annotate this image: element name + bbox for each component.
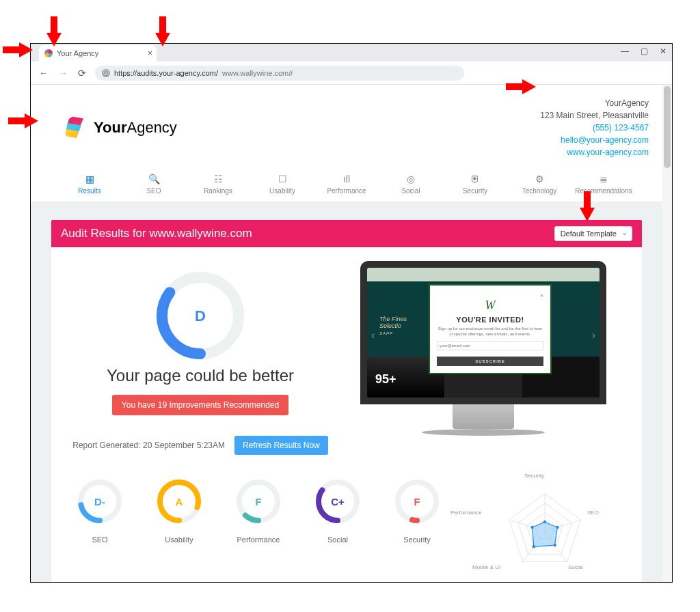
annotation-arrow <box>506 75 536 98</box>
overall-grade-donut: D <box>70 268 330 363</box>
radar-axis-label: Social <box>568 564 583 570</box>
svg-text:C+: C+ <box>331 496 345 507</box>
category-label: Usability <box>150 536 208 544</box>
svg-marker-38 <box>533 522 558 546</box>
tab-usability[interactable]: ☐Usability <box>262 173 303 195</box>
url-path: www.wallywine.com# <box>222 69 293 77</box>
category-seo: D- SEO <box>70 477 129 544</box>
tab-label: Usability <box>269 187 295 195</box>
tab-performance[interactable]: ıllPerformance <box>326 173 367 195</box>
category-label: Security <box>388 536 446 544</box>
technology-icon: ⚙ <box>534 173 545 184</box>
preview-modal: × W YOU'RE INVITED! Sign up for our excl… <box>429 284 552 374</box>
page-content: YourAgency YourAgency 123 Main Street, P… <box>31 85 672 582</box>
svg-marker-0 <box>3 42 33 57</box>
browser-tabstrip: Your Agency × — ▢ ✕ <box>31 44 672 61</box>
secure-icon: ⓘ <box>102 69 110 77</box>
tab-label: Results <box>78 187 100 195</box>
annotation-arrow <box>151 16 174 46</box>
summary-headline: Your page could be better <box>70 366 330 385</box>
preview-email-input <box>437 341 543 350</box>
security-icon: ⛨ <box>470 173 481 184</box>
page-header: YourAgency YourAgency 123 Main Street, P… <box>31 85 672 168</box>
close-tab-icon[interactable]: × <box>148 48 152 58</box>
tab-title: Your Agency <box>57 49 98 57</box>
minimize-button[interactable]: — <box>620 46 630 56</box>
category-security: F Security <box>388 477 446 544</box>
agency-name: YourAgency <box>540 97 649 109</box>
url-field[interactable]: ⓘ https://audits.your-agency.com/www.wal… <box>95 66 464 81</box>
tab-security[interactable]: ⛨Security <box>455 173 496 195</box>
scroll-thumb[interactable] <box>664 86 671 168</box>
results-card: D Your page could be better You have 19 … <box>51 247 642 582</box>
agency-website[interactable]: www.your-agency.com <box>540 146 649 158</box>
maximize-button[interactable]: ▢ <box>639 46 649 56</box>
usability-icon: ☐ <box>277 173 288 184</box>
svg-text:D: D <box>195 307 206 324</box>
category-label: SEO <box>70 536 129 544</box>
agency-logo[interactable]: YourAgency <box>65 97 177 158</box>
social-icon: ◎ <box>405 173 416 184</box>
annotation-arrow <box>3 38 33 61</box>
scrollbar[interactable] <box>662 85 672 582</box>
logo-text: YourAgency <box>94 119 177 137</box>
svg-marker-5 <box>580 191 595 221</box>
refresh-results-button[interactable]: Refresh Results Now <box>234 436 328 455</box>
agency-phone[interactable]: (555) 123-4567 <box>540 122 649 134</box>
annotation-arrow <box>576 191 599 221</box>
improvements-badge: You have 19 Improvements Recommended <box>112 395 288 415</box>
radar-chart: SecuritySEOSocialMobile & UIPerformance <box>467 477 623 579</box>
tab-label: Performance <box>327 187 366 195</box>
reload-button[interactable]: ⟳ <box>76 67 88 79</box>
radar-axis-label: Security <box>524 473 544 479</box>
seo-icon: 🔍 <box>148 173 159 184</box>
svg-marker-4 <box>506 79 536 94</box>
back-button[interactable]: ← <box>38 67 50 79</box>
tab-label: SEO <box>146 187 161 195</box>
radar-axis-label: Performance <box>450 510 482 516</box>
category-label: Social <box>308 536 367 544</box>
category-label: Performance <box>229 536 288 544</box>
radar-axis-label: Mobile & UI <box>472 564 500 570</box>
radar-axis-label: SEO <box>587 510 599 516</box>
template-select[interactable]: Default Template <box>554 226 632 241</box>
agency-contact: YourAgency 123 Main Street, Pleasantvill… <box>540 97 649 158</box>
tab-technology[interactable]: ⚙Technology <box>519 173 560 195</box>
tab-label: Technology <box>522 187 557 195</box>
tab-results[interactable]: ▦Results <box>69 173 110 195</box>
tab-label: Security <box>463 187 487 195</box>
svg-text:F: F <box>255 496 261 507</box>
recommendations-icon: ≣ <box>598 173 609 184</box>
annotation-arrow <box>8 109 38 133</box>
agency-email[interactable]: hello@your-agency.com <box>540 134 649 146</box>
svg-marker-1 <box>46 16 62 46</box>
site-preview: The FinesSelectioSAPP ‹ › 95+ × W YOU'RE… <box>344 261 623 436</box>
svg-marker-3 <box>8 113 38 128</box>
svg-text:D-: D- <box>94 496 105 507</box>
tab-label: Social <box>401 187 420 195</box>
logo-mark-icon <box>65 116 88 139</box>
tab-label: Rankings <box>204 187 232 195</box>
tab-social[interactable]: ◎Social <box>390 173 431 195</box>
tab-seo[interactable]: 🔍SEO <box>133 173 174 195</box>
category-usability: A Usability <box>150 477 208 544</box>
url-host: https://audits.your-agency.com/ <box>114 69 218 77</box>
agency-address: 123 Main Street, Pleasantville <box>540 109 649 122</box>
browser-window: Your Agency × — ▢ ✕ ← → ⟳ ⓘ https://audi… <box>30 43 673 583</box>
results-banner: Audit Results for www.wallywine.com Defa… <box>51 220 642 247</box>
annotation-arrow <box>42 16 66 46</box>
close-window-button[interactable]: ✕ <box>658 46 668 56</box>
banner-title: Audit Results for www.wallywine.com <box>61 227 252 240</box>
favicon-icon <box>44 49 53 57</box>
forward-button[interactable]: → <box>57 67 69 79</box>
address-bar: ← → ⟳ ⓘ https://audits.your-agency.com/w… <box>31 61 672 85</box>
svg-text:F: F <box>414 496 420 507</box>
results-area: Audit Results for www.wallywine.com Defa… <box>31 202 662 582</box>
svg-text:A: A <box>176 496 183 507</box>
category-social: C+ Social <box>308 477 367 544</box>
performance-icon: ıll <box>341 173 352 184</box>
tab-rankings[interactable]: ☷Rankings <box>198 173 239 195</box>
browser-tab[interactable]: Your Agency × <box>39 45 157 61</box>
rankings-icon: ☷ <box>213 173 224 184</box>
category-performance: F Performance <box>229 477 288 544</box>
